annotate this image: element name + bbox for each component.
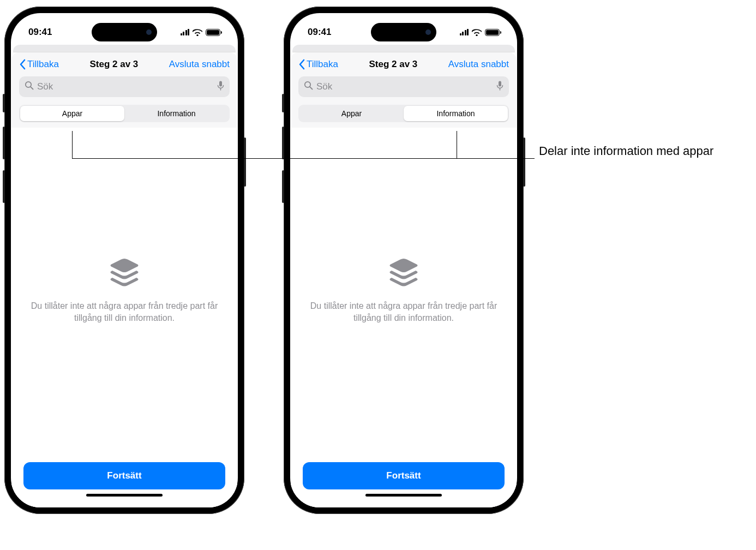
- power-button: [244, 138, 246, 187]
- silent-switch: [3, 94, 5, 112]
- search-icon: [25, 81, 34, 93]
- page-title: Steg 2 av 3: [89, 59, 138, 70]
- stack-icon: [108, 258, 141, 290]
- quick-exit-button[interactable]: Avsluta snabbt: [448, 59, 509, 70]
- svg-line-5: [310, 87, 313, 89]
- battery-icon: [206, 29, 220, 36]
- home-indicator[interactable]: [365, 494, 442, 497]
- empty-state-text: Du tillåter inte att några appar från tr…: [28, 300, 221, 324]
- nav-bar: Tillbaka Steg 2 av 3 Avsluta snabbt: [11, 52, 237, 75]
- content-area: Du tillåter inte att några appar från tr…: [291, 128, 517, 453]
- annotation-text: Delar inte information med appar: [539, 143, 713, 159]
- search-input[interactable]: Sök: [19, 76, 230, 97]
- sheet-peek: [13, 45, 236, 52]
- segment-apps[interactable]: Appar: [299, 106, 404, 121]
- volume-down-button: [282, 170, 284, 203]
- segment-apps[interactable]: Appar: [20, 106, 124, 121]
- home-indicator[interactable]: [86, 494, 163, 497]
- wifi-icon: [193, 29, 202, 36]
- search-placeholder: Sök: [316, 81, 493, 92]
- cellular-icon: [181, 29, 190, 35]
- page-title: Steg 2 av 3: [369, 59, 417, 70]
- svg-line-1: [31, 87, 33, 89]
- chevron-left-icon: [298, 59, 305, 70]
- segmented-control: Appar Information: [298, 105, 509, 122]
- phone-mockup-right: 09:41 Tillbaka Steg 2 av 3 Avsluta snabb…: [284, 7, 524, 514]
- wifi-icon: [472, 29, 482, 36]
- microphone-icon[interactable]: [496, 81, 503, 93]
- segment-information[interactable]: Information: [124, 106, 229, 121]
- svg-rect-2: [219, 81, 222, 86]
- phone-mockup-left: 09:41 Tillbaka Steg 2 av 3 Avsluta snabb…: [4, 7, 244, 514]
- content-area: Du tillåter inte att några appar från tr…: [11, 128, 237, 453]
- annotation-line: [72, 158, 535, 159]
- nav-bar: Tillbaka Steg 2 av 3 Avsluta snabbt: [291, 52, 517, 75]
- sheet-peek: [292, 45, 515, 52]
- cellular-icon: [460, 29, 469, 35]
- volume-up-button: [3, 127, 5, 159]
- search-icon: [304, 81, 313, 93]
- back-label: Tillbaka: [27, 59, 59, 70]
- power-button: [523, 138, 525, 187]
- dynamic-island: [92, 23, 157, 41]
- search-input[interactable]: Sök: [298, 76, 509, 97]
- search-placeholder: Sök: [37, 81, 214, 92]
- back-button[interactable]: Tillbaka: [298, 59, 338, 70]
- phone-screen: 09:41 Tillbaka Steg 2 av 3 Avsluta snabb…: [290, 13, 517, 507]
- sheet-footer: Fortsätt: [291, 453, 517, 507]
- stack-icon: [387, 258, 420, 290]
- chevron-left-icon: [19, 59, 26, 70]
- continue-button[interactable]: Fortsätt: [303, 462, 505, 489]
- back-button[interactable]: Tillbaka: [19, 59, 59, 70]
- continue-button[interactable]: Fortsätt: [23, 462, 225, 489]
- status-time: 09:41: [28, 27, 52, 38]
- sheet-footer: Fortsätt: [11, 453, 237, 507]
- back-label: Tillbaka: [307, 59, 338, 70]
- modal-sheet: Tillbaka Steg 2 av 3 Avsluta snabbt Sök …: [11, 52, 237, 507]
- segment-information[interactable]: Information: [404, 106, 508, 121]
- empty-state-text: Du tillåter inte att några appar från tr…: [307, 300, 500, 324]
- status-time: 09:41: [308, 27, 331, 38]
- segmented-control: Appar Information: [19, 105, 230, 122]
- microphone-icon[interactable]: [217, 81, 224, 93]
- dynamic-island: [371, 23, 436, 41]
- annotation-line: [457, 131, 457, 158]
- svg-rect-6: [499, 81, 501, 86]
- battery-icon: [485, 29, 500, 36]
- quick-exit-button[interactable]: Avsluta snabbt: [169, 59, 230, 70]
- annotation-line: [72, 131, 73, 158]
- modal-sheet: Tillbaka Steg 2 av 3 Avsluta snabbt Sök …: [291, 52, 517, 507]
- volume-up-button: [282, 127, 284, 159]
- volume-down-button: [3, 170, 5, 203]
- silent-switch: [282, 94, 284, 112]
- phone-screen: 09:41 Tillbaka Steg 2 av 3 Avsluta snabb…: [11, 13, 238, 507]
